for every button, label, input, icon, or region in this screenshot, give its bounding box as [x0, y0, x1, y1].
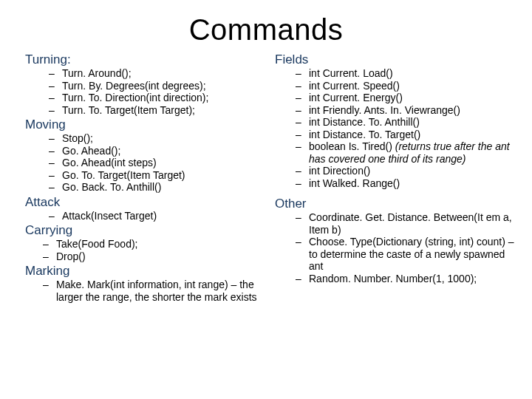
list-item: Go. Ahead();: [62, 145, 275, 157]
list-item: Turn. Around();: [62, 67, 275, 80]
heading-fields: Fields: [275, 52, 532, 67]
heading-marking: Marking: [25, 264, 275, 279]
list-item: Stop();: [62, 132, 275, 145]
list-item-text: boolean Is. Tired(): [309, 140, 395, 152]
list-item: Coordinate. Get. Distance. Between(It em…: [309, 211, 516, 236]
heading-moving: Moving: [25, 117, 275, 132]
list-fields: int Current. Load() int Current. Speed()…: [275, 67, 532, 189]
heading-attack: Attack: [25, 195, 275, 210]
list-marking: Make. Mark(int information, int range) –…: [25, 279, 275, 303]
list-item: int Current. Speed(): [309, 80, 516, 92]
heading-other: Other: [275, 197, 532, 211]
list-attack: Attack(Insect Target): [25, 210, 275, 222]
list-item: Random. Number. Number(1, 1000);: [309, 273, 516, 285]
list-item: boolean Is. Tired() (returns true after …: [309, 140, 516, 165]
list-turning: Turn. Around(); Turn. By. Degrees(int de…: [25, 67, 275, 116]
list-item: Drop(): [56, 250, 275, 263]
list-item: Turn. By. Degrees(int degrees);: [62, 80, 275, 92]
list-other: Coordinate. Get. Distance. Between(It em…: [275, 211, 532, 284]
list-item: Turn. To. Direction(int direction);: [62, 92, 275, 104]
list-item: Turn. To. Target(Item Target);: [62, 104, 275, 117]
list-moving: Stop(); Go. Ahead(); Go. Ahead(int steps…: [25, 132, 275, 194]
list-item: int Direction(): [309, 165, 516, 177]
list-item: int Friendly. Ants. In. Viewrange(): [309, 104, 516, 117]
slide: Commands Turning: Turn. Around(); Turn. …: [0, 13, 532, 399]
list-item: Go. Back. To. Anthill(): [62, 181, 275, 194]
left-column: Turning: Turn. Around(); Turn. By. Degre…: [0, 52, 275, 304]
right-column: Fields int Current. Load() int Current. …: [275, 52, 532, 304]
list-item: int Distance. To. Target(): [309, 129, 516, 141]
list-carrying: Take(Food Food); Drop(): [25, 238, 275, 262]
list-item: int Current. Energy(): [309, 92, 516, 104]
list-item: Take(Food Food);: [56, 238, 275, 250]
heading-carrying: Carrying: [25, 223, 275, 238]
list-item: int Distance. To. Anthill(): [309, 116, 516, 129]
list-item: Go. To. Target(Item Target): [62, 169, 275, 182]
list-item: Choose. Type(Dictionary (string, int) co…: [309, 236, 516, 273]
list-item: int Walked. Range(): [309, 177, 516, 190]
list-item: int Current. Load(): [309, 67, 516, 80]
slide-title: Commands: [0, 13, 532, 47]
content-columns: Turning: Turn. Around(); Turn. By. Degre…: [0, 52, 532, 304]
list-item: Go. Ahead(int steps): [62, 157, 275, 169]
list-item: Make. Mark(int information, int range) –…: [56, 279, 267, 303]
list-item: Attack(Insect Target): [62, 210, 275, 222]
heading-turning: Turning:: [25, 52, 275, 67]
